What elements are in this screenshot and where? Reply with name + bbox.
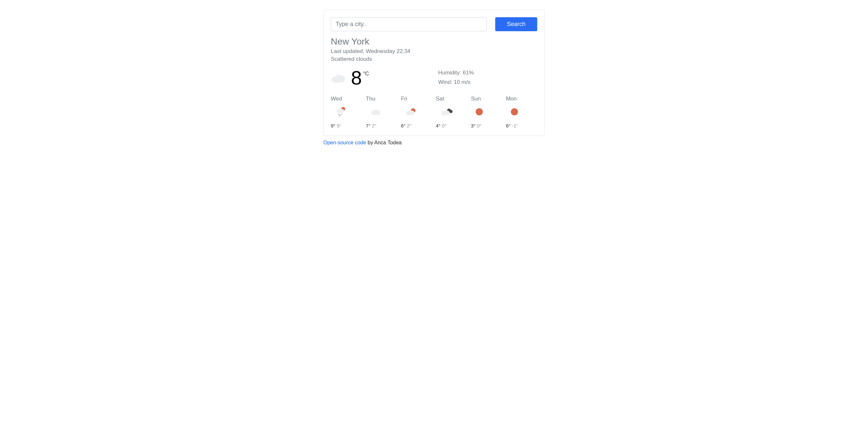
forecast-day: Fri6°2° (401, 96, 432, 129)
forecast-high: 6° (401, 123, 405, 129)
forecast-temps: 3°0° (471, 123, 482, 129)
svg-point-12 (374, 110, 378, 113)
sun-cloud-icon (405, 107, 416, 117)
forecast-low: 5° (337, 123, 341, 129)
cloud-icon (331, 73, 346, 83)
footer: Open-source code by Anca Todea (323, 140, 545, 146)
forecast-day-label: Mon (506, 96, 517, 102)
condition-text: Scattered clouds (331, 56, 537, 62)
forecast-high: 4° (436, 123, 440, 129)
sun-icon (475, 107, 483, 117)
forecast-low: -1° (512, 123, 518, 129)
svg-point-5 (340, 109, 344, 113)
svg-point-8 (341, 114, 342, 115)
wind-label: Wind: (438, 79, 454, 85)
forecast-temps: 7°2° (366, 123, 377, 129)
forecast-day: Wed9°5° (331, 96, 362, 129)
forecast-temps: 6°-1° (506, 123, 518, 129)
current-temp: 8 (351, 68, 362, 88)
forecast-row: Wed9°5°Thu7°2°Fri6°2°Sat4°0°Sun3°0°Mon6°… (331, 96, 537, 129)
svg-point-7 (340, 115, 340, 115)
forecast-high: 6° (506, 123, 510, 129)
humidity-label: Humidity: (438, 70, 463, 76)
humidity-row: Humidity: 61% (438, 68, 474, 78)
forecast-day: Sat4°0° (436, 96, 467, 129)
forecast-low: 2° (407, 123, 411, 129)
svg-point-17 (449, 110, 453, 113)
sun-icon (510, 107, 518, 117)
svg-point-21 (511, 108, 518, 115)
search-button[interactable]: Search (495, 17, 537, 31)
city-search-input[interactable] (331, 17, 487, 31)
forecast-low: 0° (477, 123, 482, 129)
temp-unit: °C (363, 71, 369, 77)
wind-value: 10 m/s (454, 79, 470, 85)
city-name: New York (331, 36, 537, 47)
forecast-day-label: Thu (366, 96, 375, 102)
forecast-low: 2° (372, 123, 376, 129)
search-row: Search (331, 17, 537, 31)
current-left: 8 °C (331, 68, 438, 88)
svg-point-15 (409, 110, 414, 115)
cloud-icon (371, 107, 381, 117)
weather-card: Search New York Last updated: Wednesday … (323, 10, 545, 136)
svg-point-2 (335, 75, 342, 81)
svg-point-20 (476, 108, 483, 115)
svg-point-9 (339, 116, 340, 116)
forecast-day-label: Sat (436, 96, 444, 102)
last-updated-prefix: Last updated: (331, 48, 366, 54)
sun-cloud-rain-icon (335, 107, 346, 117)
forecast-day-label: Fri (401, 96, 407, 102)
forecast-temps: 6°2° (401, 123, 411, 129)
forecast-day: Thu7°2° (366, 96, 397, 129)
dark-cloud-icon (440, 107, 453, 117)
forecast-high: 7° (366, 123, 371, 129)
footer-by-text: by Anca Todea (366, 140, 402, 145)
current-weather-row: 8 °C Humidity: 61% Wind: 10 m/s (331, 68, 537, 88)
open-source-link[interactable]: Open-source code (323, 140, 366, 145)
forecast-day: Sun3°0° (471, 96, 502, 129)
forecast-temps: 4°0° (436, 123, 447, 129)
current-details: Humidity: 61% Wind: 10 m/s (438, 68, 474, 87)
forecast-day: Mon6°-1° (506, 96, 537, 129)
wind-row: Wind: 10 m/s (438, 78, 474, 87)
last-updated: Last updated: Wednesday 22:34 (331, 48, 537, 55)
forecast-low: 0° (442, 123, 446, 129)
svg-point-6 (338, 114, 339, 115)
forecast-high: 9° (331, 123, 335, 129)
forecast-day-label: Sun (471, 96, 480, 102)
forecast-day-label: Wed (331, 96, 342, 102)
last-updated-value: Wednesday 22:34 (366, 48, 410, 54)
svg-point-19 (444, 110, 450, 115)
humidity-value: 61% (463, 70, 474, 76)
forecast-temps: 9°5° (331, 123, 342, 129)
forecast-high: 3° (471, 123, 475, 129)
